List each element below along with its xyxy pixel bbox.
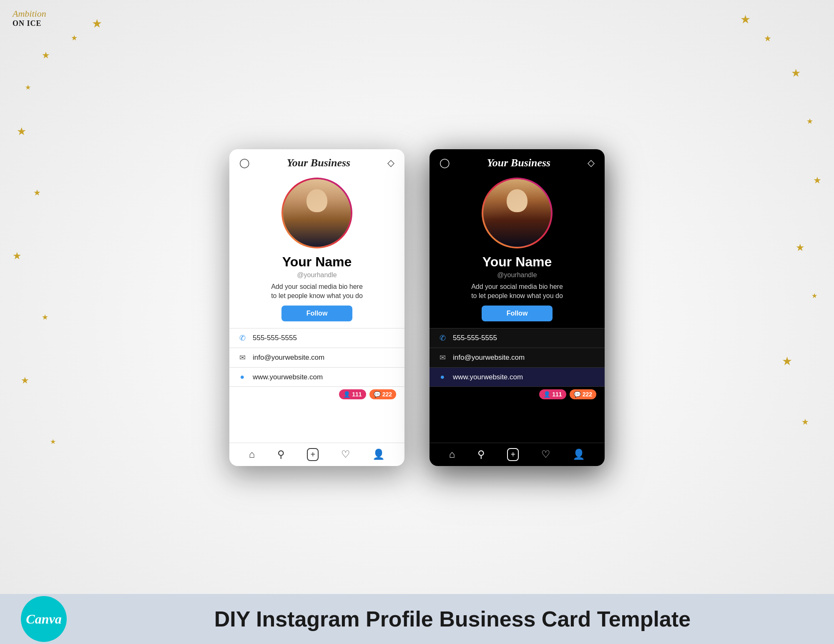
profile-name-dark: Your Name (482, 254, 552, 270)
contact-web-dark: ● www.yourwebsite.com (430, 368, 605, 387)
notification-area-dark: 👤 111 💬 222 (430, 387, 605, 399)
messages-icon-light: 💬 (374, 391, 381, 398)
canva-label: Canva (26, 611, 61, 627)
logo-line1: Ambition (13, 8, 46, 19)
notification-area-light: 👤 111 💬 222 (229, 387, 404, 399)
nav-search-dark[interactable]: ⚲ (477, 449, 485, 460)
deco-star-13: ★ (791, 67, 801, 80)
deco-star-5: ★ (17, 125, 26, 138)
camera-icon-dark: ◯ (440, 158, 450, 168)
followers-count-light: 111 (352, 391, 362, 398)
instagram-card-dark: ◯ Your Business ◇ Your Name @yourhandle … (430, 149, 605, 466)
contact-web-light: ● www.yourwebsite.com (229, 368, 404, 387)
contact-section-dark: ✆ 555-555-5555 ✉ info@yourwebsite.com ● … (430, 328, 605, 387)
deco-star-16: ★ (796, 242, 805, 253)
logo-line2: ON ICE (13, 19, 46, 28)
followers-badge-light: 👤 111 (339, 389, 366, 399)
nav-heart-dark[interactable]: ♡ (541, 449, 550, 460)
canva-badge: Canva (21, 596, 67, 642)
profile-handle-dark: @yourhandle (497, 271, 537, 279)
deco-star-14: ★ (806, 117, 813, 126)
bottom-bar: Canva DIY Instagram Profile Business Car… (0, 594, 834, 644)
web-text-light: www.yourwebsite.com (253, 373, 323, 381)
phone-text-dark: 555-555-5555 (453, 334, 497, 342)
profile-bio-dark: Add your social media bio hereto let peo… (471, 282, 563, 301)
messages-count-light: 222 (382, 391, 392, 398)
email-text-light: info@yourwebsite.com (253, 353, 324, 362)
email-text-dark: info@yourwebsite.com (453, 353, 525, 362)
bottom-nav-light: ⌂ ⚲ + ♡ 👤 (229, 443, 404, 466)
avatar-inner-light (283, 179, 351, 247)
nav-profile-light[interactable]: 👤 (372, 449, 385, 460)
card-header-dark: ◯ Your Business ◇ (430, 149, 605, 173)
bottom-title: DIY Instagram Profile Business Card Temp… (214, 606, 691, 631)
messages-badge-dark: 💬 222 (570, 389, 596, 399)
nav-home-light[interactable]: ⌂ (249, 449, 255, 460)
header-title-light: Your Business (287, 157, 350, 169)
follow-button-dark[interactable]: Follow (482, 306, 553, 321)
nav-home-dark[interactable]: ⌂ (449, 449, 455, 460)
profile-name-light: Your Name (282, 254, 352, 270)
deco-star-19: ★ (801, 417, 809, 427)
avatar-ring-dark (482, 178, 553, 248)
contact-phone-light: ✆ 555-555-5555 (229, 328, 404, 348)
email-icon-dark: ✉ (438, 353, 447, 362)
avatar-inner-dark (483, 179, 551, 247)
followers-icon-light: 👤 (343, 391, 350, 398)
phone-text-light: 555-555-5555 (253, 334, 297, 342)
followers-icon-dark: 👤 (543, 391, 550, 398)
cards-container: ◯ Your Business ◇ Your Name @yourhandle … (42, 25, 792, 590)
phone-icon-dark: ✆ (438, 333, 447, 343)
email-icon-light: ✉ (238, 353, 247, 362)
profile-section-light: Your Name @yourhandle Add your social me… (229, 173, 404, 328)
nav-plus-dark[interactable]: + (507, 448, 519, 461)
deco-star-17: ★ (811, 292, 817, 300)
messages-icon-dark: 💬 (574, 391, 581, 398)
card-header-light: ◯ Your Business ◇ (229, 149, 404, 173)
deco-star-15: ★ (813, 175, 821, 186)
avatar-portrait-light (283, 179, 351, 247)
avatar-portrait-dark (483, 179, 551, 247)
deco-star-11: ★ (740, 13, 751, 26)
deco-star-9: ★ (21, 375, 29, 386)
messages-count-dark: 222 (583, 391, 592, 398)
profile-bio-light: Add your social media bio hereto let peo… (271, 282, 363, 301)
profile-section-dark: Your Name @yourhandle Add your social me… (430, 173, 605, 328)
contact-email-dark: ✉ info@yourwebsite.com (430, 348, 605, 368)
camera-icon-light: ◯ (239, 158, 250, 168)
web-icon-dark: ● (438, 373, 447, 381)
deco-star-7: ★ (13, 250, 22, 262)
followers-badge-dark: 👤 111 (539, 389, 566, 399)
header-title-dark: Your Business (487, 157, 550, 169)
send-icon-light: ◇ (387, 158, 394, 168)
web-icon-light: ● (238, 373, 247, 381)
nav-heart-light[interactable]: ♡ (341, 449, 350, 460)
contact-email-light: ✉ info@yourwebsite.com (229, 348, 404, 368)
avatar-ring-light (281, 178, 352, 248)
phone-icon-light: ✆ (238, 333, 247, 343)
followers-count-dark: 111 (552, 391, 562, 398)
deco-star-4: ★ (25, 83, 31, 91)
deco-star-6: ★ (33, 188, 41, 198)
nav-plus-light[interactable]: + (307, 448, 319, 461)
nav-search-light[interactable]: ⚲ (277, 449, 285, 460)
instagram-card-light: ◯ Your Business ◇ Your Name @yourhandle … (229, 149, 404, 466)
nav-profile-dark[interactable]: 👤 (573, 449, 585, 460)
profile-handle-light: @yourhandle (297, 271, 337, 279)
send-icon-dark: ◇ (588, 158, 595, 168)
brand-logo: Ambition ON ICE (13, 8, 46, 28)
messages-badge-light: 💬 222 (369, 389, 396, 399)
bottom-nav-dark: ⌂ ⚲ + ♡ 👤 (430, 443, 605, 466)
contact-section-light: ✆ 555-555-5555 ✉ info@yourwebsite.com ● … (229, 328, 404, 387)
web-text-dark: www.yourwebsite.com (453, 373, 523, 381)
follow-button-light[interactable]: Follow (281, 306, 353, 321)
contact-phone-dark: ✆ 555-555-5555 (430, 328, 605, 348)
